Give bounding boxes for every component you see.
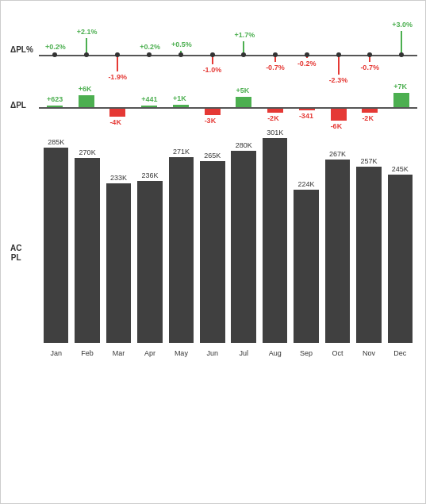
bar-month-label: Oct: [332, 349, 343, 357]
va-label: +1K: [173, 94, 186, 102]
bar-value-label: 267K: [329, 150, 346, 158]
bar-col-dec: 245KDec: [385, 129, 416, 343]
va-bar: [205, 109, 221, 115]
bar-month-label: Nov: [363, 349, 375, 357]
bar-month-label: Feb: [81, 349, 94, 357]
variance-pct-chart: +0.2%+2.1%-1.9%+0.2%+0.5%-1.0%+1.7%-0.7%…: [39, 15, 417, 87]
va-bar: [299, 109, 315, 110]
bar-col-jul: 280KJul: [228, 129, 259, 343]
vp-dot: [241, 52, 246, 57]
chart-container: ΔPL% +0.2%+2.1%-1.9%+0.2%+0.5%-1.0%+1.7%…: [0, 0, 426, 504]
bar-month-label: Jun: [207, 349, 219, 357]
vp-dot: [305, 52, 309, 57]
bar-col-feb: 270KFeb: [71, 129, 102, 343]
bar-col-jan: 285KJan: [40, 129, 71, 343]
va-label: -3K: [205, 117, 217, 125]
bar-col-mar: 233KMar: [103, 129, 134, 343]
bar-value-label: 280K: [236, 141, 252, 149]
vp-dot: [210, 52, 215, 57]
bar-rect: [75, 158, 100, 343]
va-bar: [79, 95, 94, 107]
va-label: -2K: [267, 114, 279, 122]
bar-chart-y-label: ACPL: [10, 244, 21, 263]
vp-label: -0.7%: [266, 63, 285, 71]
va-label: +623: [47, 95, 63, 103]
vp-dot: [367, 52, 372, 57]
bar-chart-section: ACPL 285KJan270KFeb233KMar236KApr271KMay…: [9, 129, 417, 359]
va-bar: [393, 93, 409, 107]
bar-chart-area: 285KJan270KFeb233KMar236KApr271KMay265KJ…: [39, 129, 417, 343]
va-bar: [109, 109, 125, 117]
vp-label: -2.3%: [329, 76, 348, 84]
vp-line: [401, 31, 402, 55]
va-label: +6K: [79, 85, 92, 93]
vp-label: +1.7%: [234, 31, 255, 39]
bar-month-label: Aug: [269, 349, 282, 357]
bar-value-label: 271K: [173, 148, 190, 156]
variance-pct-baseline: [39, 55, 417, 56]
bar-rect: [106, 183, 132, 343]
bar-col-oct: 267KOct: [322, 129, 353, 343]
bar-month-label: Jul: [239, 349, 248, 357]
vp-dot: [115, 52, 120, 57]
va-label: +5K: [236, 87, 249, 94]
vp-dot: [52, 52, 57, 57]
bar-rect: [200, 161, 225, 343]
bar-rect: [356, 167, 382, 343]
bar-rect: [231, 151, 256, 343]
variance-abs-chart: +623+6K-4K+441+1K-3K+5K-2K-341-6K-2K+7K: [39, 90, 417, 125]
va-label: +7K: [393, 83, 407, 90]
vp-label: -1.9%: [108, 73, 127, 81]
vp-label: +0.2%: [45, 43, 66, 51]
va-label: -341: [299, 112, 313, 120]
variance-pct-section: ΔPL% +0.2%+2.1%-1.9%+0.2%+0.5%-1.0%+1.7%…: [9, 15, 417, 87]
vp-dot: [273, 52, 278, 57]
bar-rect: [169, 157, 194, 343]
bar-value-label: 285K: [48, 138, 64, 146]
bar-rect: [263, 138, 288, 343]
bar-col-nov: 257KNov: [353, 129, 384, 343]
vp-dot: [336, 52, 341, 57]
bar-month-label: Sep: [300, 349, 313, 357]
vp-label: +2.1%: [77, 28, 98, 36]
bar-rect: [294, 190, 319, 343]
bar-col-sep: 224KSep: [290, 129, 321, 343]
bar-col-apr: 236KApr: [134, 129, 165, 343]
bar-month-label: Apr: [144, 349, 155, 357]
bar-value-label: 301K: [267, 129, 283, 137]
va-bar: [47, 106, 63, 107]
bar-value-label: 224K: [298, 180, 315, 188]
bar-col-aug: 301KAug: [259, 129, 290, 343]
bar-value-label: 245K: [392, 165, 409, 173]
bar-value-label: 236K: [141, 171, 158, 179]
vp-dot: [147, 52, 152, 57]
vp-dot: [84, 52, 89, 57]
va-label: +441: [141, 95, 157, 103]
vp-line: [338, 56, 340, 75]
vp-label: +0.5%: [171, 40, 192, 48]
vp-label: -0.7%: [360, 63, 379, 71]
bar-month-label: May: [175, 349, 188, 357]
bar-rect: [137, 181, 163, 343]
va-bar: [362, 109, 378, 113]
vp-dot: [399, 52, 404, 57]
vp-dot: [178, 52, 183, 57]
bar-col-jun: 265KJun: [197, 129, 228, 343]
va-bar: [141, 106, 157, 107]
vp-line: [117, 56, 118, 71]
variance-abs-baseline: [39, 107, 417, 109]
bar-value-label: 270K: [79, 148, 96, 156]
bar-value-label: 265K: [204, 152, 221, 160]
bar-col-may: 271KMay: [166, 129, 197, 343]
va-label: -4K: [109, 118, 121, 126]
variance-abs-section: ΔPL +623+6K-4K+441+1K-3K+5K-2K-341-6K-2K…: [9, 90, 417, 125]
va-bar: [236, 97, 251, 107]
bar-value-label: 233K: [110, 174, 127, 182]
variance-abs-label: ΔPL: [10, 101, 26, 110]
vp-label: +3.0%: [392, 21, 413, 29]
bar-rect: [325, 160, 351, 343]
bar-month-label: Mar: [113, 349, 125, 357]
va-bar: [331, 109, 347, 121]
va-bar: [267, 109, 283, 113]
bar-rect: [44, 148, 69, 343]
